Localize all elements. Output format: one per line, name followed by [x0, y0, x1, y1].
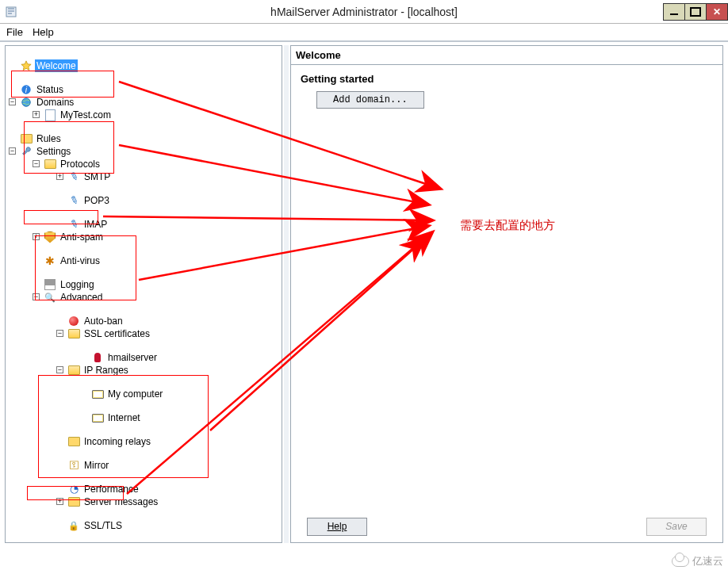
tree-ipranges[interactable]: IP Ranges — [82, 364, 130, 377]
tree-hmailserver[interactable]: hmailserver — [106, 351, 159, 364]
tree-welcome[interactable]: Welcome — [35, 59, 78, 72]
toggle-ipranges[interactable] — [56, 366, 63, 373]
ribbon-icon — [91, 351, 104, 364]
key-icon — [67, 459, 80, 472]
search-icon — [44, 291, 56, 304]
close-button[interactable] — [706, 3, 728, 21]
virus-icon — [44, 254, 56, 267]
tree-mycomputer[interactable]: My computer — [106, 388, 164, 400]
tree-status[interactable]: Status — [35, 83, 65, 96]
tree-antispam[interactable]: Anti-spam — [59, 231, 105, 243]
toggle-antispam[interactable] — [33, 233, 40, 240]
tree-domains[interactable]: Domains — [35, 96, 75, 109]
splitter[interactable] — [284, 45, 289, 543]
menu-file[interactable]: File — [6, 26, 23, 38]
computer-icon — [91, 411, 104, 424]
tree-sslcerts[interactable]: SSL certificates — [82, 327, 151, 340]
getting-started-label: Getting started — [301, 73, 713, 85]
maximize-button[interactable] — [684, 3, 707, 21]
content-body: Getting started Add domain... Help Save — [290, 65, 723, 543]
minimize-button[interactable] — [663, 3, 685, 21]
window-title: hMailServer Administrator - [localhost] — [270, 6, 458, 18]
toggle-smtp[interactable] — [56, 173, 63, 180]
app-icon — [5, 6, 17, 18]
reddot-icon — [67, 315, 80, 327]
tree-antivirus[interactable]: Anti-virus — [59, 254, 102, 267]
folder-open-icon — [44, 158, 56, 170]
log-icon — [44, 278, 56, 291]
annotation-label: 需要去配置的地方 — [460, 218, 555, 233]
shield-icon — [44, 231, 56, 243]
folder-open-icon — [67, 364, 80, 377]
toggle-mytest[interactable] — [33, 111, 40, 118]
content-header: Welcome — [290, 45, 723, 65]
globe-icon — [20, 96, 33, 109]
tree-imap[interactable]: IMAP — [82, 218, 109, 231]
menubar: File Help — [0, 24, 728, 41]
tree-internet[interactable]: Internet — [106, 411, 142, 424]
tree-incoming[interactable]: Incoming relays — [82, 435, 152, 448]
star-icon — [20, 59, 33, 72]
feather-icon — [67, 170, 80, 183]
tree-rules[interactable]: Rules — [35, 132, 63, 145]
info-icon: i — [20, 83, 33, 96]
lock-icon — [67, 519, 80, 532]
tree-smtp[interactable]: SMTP — [82, 170, 112, 183]
folder-open-icon — [67, 327, 80, 340]
toggle-protocols[interactable] — [33, 160, 40, 167]
help-button[interactable]: Help — [307, 518, 367, 536]
folder-icon — [20, 132, 33, 145]
folder-icon — [67, 495, 80, 508]
tree-servermsg[interactable]: Server messages — [82, 495, 159, 508]
menu-help[interactable]: Help — [33, 26, 54, 38]
watermark: 亿速云 — [672, 554, 723, 568]
titlebar: hMailServer Administrator - [localhost] — [0, 0, 728, 24]
tree-performance[interactable]: Performance — [82, 483, 140, 495]
tree-logging[interactable]: Logging — [59, 278, 96, 291]
svg-point-3 — [22, 98, 31, 107]
toggle-servermsg[interactable] — [56, 498, 63, 505]
tree-pop3[interactable]: POP3 — [82, 194, 111, 207]
wrench-icon — [20, 145, 33, 158]
computer-icon — [91, 388, 104, 400]
save-button: Save — [646, 518, 707, 536]
tree-settings[interactable]: Settings — [35, 145, 72, 158]
toggle-settings[interactable] — [9, 147, 16, 155]
tree-pane[interactable]: Welcome iStatus Domains MyTest.com Rules… — [5, 45, 282, 543]
toggle-domains[interactable] — [9, 98, 16, 105]
feather-icon — [67, 194, 80, 207]
gauge-icon — [67, 483, 80, 495]
feather-icon — [67, 218, 80, 231]
toggle-advanced[interactable] — [33, 293, 40, 300]
tree-autoban[interactable]: Auto-ban — [82, 315, 125, 327]
tree-mytest[interactable]: MyTest.com — [59, 109, 113, 121]
add-domain-button[interactable]: Add domain... — [316, 91, 424, 109]
toggle-sslcerts[interactable] — [56, 330, 63, 337]
page-icon — [44, 109, 56, 121]
tree-mirror[interactable]: Mirror — [82, 459, 110, 472]
tree-ssltls[interactable]: SSL/TLS — [82, 519, 124, 532]
folder-icon — [67, 435, 80, 448]
tree-protocols[interactable]: Protocols — [59, 158, 102, 170]
tree-advanced[interactable]: Advanced — [59, 291, 104, 304]
